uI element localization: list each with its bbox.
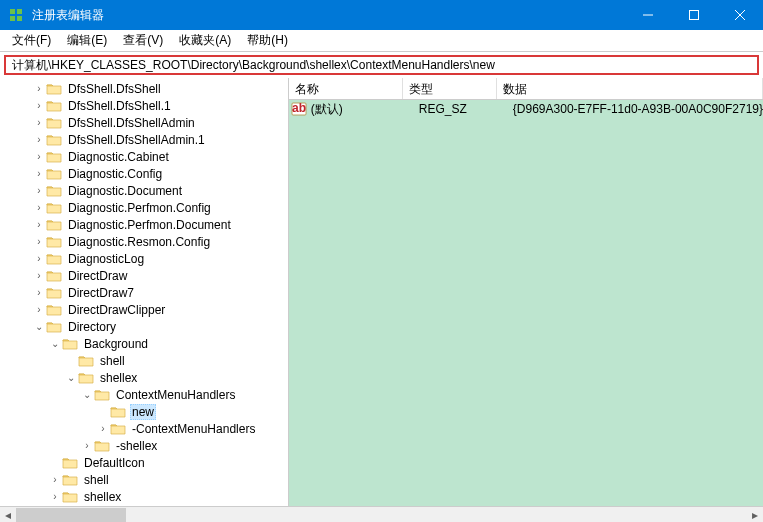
collapse-icon[interactable]: ⌄ xyxy=(48,338,62,349)
folder-icon xyxy=(46,201,62,215)
folder-icon xyxy=(110,422,126,436)
window-minimize-button[interactable] xyxy=(625,0,671,30)
tree-item[interactable]: ⌄ContextMenuHandlers xyxy=(0,386,288,403)
tree-item-label: shell xyxy=(82,473,111,487)
tree-item[interactable]: ›DirectDraw xyxy=(0,267,288,284)
svg-rect-1 xyxy=(17,9,22,14)
tree-item[interactable]: ›DiagnosticLog xyxy=(0,250,288,267)
tree-item[interactable]: ›DefaultIcon xyxy=(0,454,288,471)
tree-item[interactable]: ›Diagnostic.Resmon.Config xyxy=(0,233,288,250)
expand-icon[interactable]: › xyxy=(32,304,46,315)
tree-item-label: shell xyxy=(98,354,127,368)
column-header-type[interactable]: 类型 xyxy=(403,78,497,99)
tree-item[interactable]: ›Diagnostic.Config xyxy=(0,165,288,182)
expand-icon[interactable]: › xyxy=(80,440,94,451)
tree-item[interactable]: ›DfsShell.DfsShell xyxy=(0,80,288,97)
tree-item-label: DirectDraw xyxy=(66,269,129,283)
tree-item-label: Diagnostic.Resmon.Config xyxy=(66,235,212,249)
tree-item[interactable]: ⌄Background xyxy=(0,335,288,352)
tree-item-label: DfsShell.DfsShellAdmin.1 xyxy=(66,133,207,147)
tree-item-label: ContextMenuHandlers xyxy=(114,388,237,402)
tree-item-label: Diagnostic.Config xyxy=(66,167,164,181)
menu-edit[interactable]: 编辑(E) xyxy=(59,30,115,51)
expand-icon[interactable]: › xyxy=(32,287,46,298)
menu-file[interactable]: 文件(F) xyxy=(4,30,59,51)
folder-icon xyxy=(46,184,62,198)
tree-item[interactable]: ›Diagnostic.Cabinet xyxy=(0,148,288,165)
expand-icon[interactable]: › xyxy=(32,202,46,213)
expand-icon[interactable]: › xyxy=(32,83,46,94)
expand-icon[interactable]: › xyxy=(48,474,62,485)
tree-item-label: shellex xyxy=(82,490,123,504)
expand-icon[interactable]: › xyxy=(32,185,46,196)
tree-item-label: Diagnostic.Cabinet xyxy=(66,150,171,164)
tree-item-label: -shellex xyxy=(114,439,159,453)
expand-icon[interactable]: › xyxy=(32,253,46,264)
expand-icon[interactable]: › xyxy=(32,168,46,179)
collapse-icon[interactable]: ⌄ xyxy=(64,372,78,383)
string-value-icon: ab xyxy=(291,101,307,117)
column-header-data[interactable]: 数据 xyxy=(497,78,763,99)
tree-item[interactable]: ⌄Directory xyxy=(0,318,288,335)
tree-item[interactable]: ›DirectDrawClipper xyxy=(0,301,288,318)
window-title: 注册表编辑器 xyxy=(32,7,625,24)
column-header-name[interactable]: 名称 xyxy=(289,78,403,99)
expand-icon[interactable]: › xyxy=(32,100,46,111)
menu-view[interactable]: 查看(V) xyxy=(115,30,171,51)
tree-item[interactable]: ›new xyxy=(0,403,288,420)
address-input[interactable]: 计算机\HKEY_CLASSES_ROOT\Directory\Backgrou… xyxy=(4,55,759,75)
value-type: REG_SZ xyxy=(419,102,513,116)
tree-item[interactable]: ⌄shellex xyxy=(0,369,288,386)
expand-icon[interactable]: › xyxy=(32,236,46,247)
expand-icon[interactable]: › xyxy=(32,117,46,128)
tree-item[interactable]: ›-ContextMenuHandlers xyxy=(0,420,288,437)
tree-item-label: -ContextMenuHandlers xyxy=(130,422,257,436)
collapse-icon[interactable]: ⌄ xyxy=(32,321,46,332)
tree-item-label: DefaultIcon xyxy=(82,456,147,470)
collapse-icon[interactable]: ⌄ xyxy=(80,389,94,400)
scroll-track[interactable] xyxy=(16,507,747,522)
window-titlebar: 注册表编辑器 xyxy=(0,0,763,30)
folder-icon xyxy=(78,354,94,368)
folder-icon xyxy=(94,388,110,402)
tree-item[interactable]: ›DfsShell.DfsShell.1 xyxy=(0,97,288,114)
expand-icon[interactable]: › xyxy=(32,151,46,162)
expand-icon[interactable]: › xyxy=(48,491,62,502)
scroll-left-button[interactable]: ◂ xyxy=(0,507,16,522)
expand-icon[interactable]: › xyxy=(32,219,46,230)
folder-icon xyxy=(46,218,62,232)
expand-icon[interactable]: › xyxy=(96,423,110,434)
scroll-right-button[interactable]: ▸ xyxy=(747,507,763,522)
tree-item[interactable]: ›DirectDraw7 xyxy=(0,284,288,301)
window-close-button[interactable] xyxy=(717,0,763,30)
tree-item[interactable]: ›Diagnostic.Document xyxy=(0,182,288,199)
tree-item[interactable]: ›Diagnostic.Perfmon.Document xyxy=(0,216,288,233)
horizontal-scrollbar[interactable]: ◂ ▸ xyxy=(0,506,763,522)
folder-icon xyxy=(78,371,94,385)
registry-values-pane[interactable]: 名称 类型 数据 ab(默认)REG_SZ{D969A300-E7FF-11d0… xyxy=(289,78,763,506)
menu-help[interactable]: 帮助(H) xyxy=(239,30,296,51)
tree-item[interactable]: ›DfsShell.DfsShellAdmin.1 xyxy=(0,131,288,148)
expand-icon[interactable]: › xyxy=(32,134,46,145)
menu-favorites[interactable]: 收藏夹(A) xyxy=(171,30,239,51)
scroll-thumb[interactable] xyxy=(16,508,126,522)
value-data: {D969A300-E7FF-11d0-A93B-00A0C90F2719} xyxy=(513,102,763,116)
folder-icon xyxy=(62,490,78,504)
folder-icon xyxy=(46,133,62,147)
tree-item-label: Diagnostic.Document xyxy=(66,184,184,198)
value-row[interactable]: ab(默认)REG_SZ{D969A300-E7FF-11d0-A93B-00A… xyxy=(289,100,763,118)
tree-item[interactable]: ›DfsShell.DfsShellAdmin xyxy=(0,114,288,131)
tree-item[interactable]: ›shell xyxy=(0,352,288,369)
svg-rect-5 xyxy=(690,11,699,20)
expand-icon[interactable]: › xyxy=(32,270,46,281)
tree-item[interactable]: ›Diagnostic.Perfmon.Config xyxy=(0,199,288,216)
tree-item[interactable]: ›-shellex xyxy=(0,437,288,454)
tree-item-label: Diagnostic.Perfmon.Document xyxy=(66,218,233,232)
tree-item[interactable]: ›shellex xyxy=(0,488,288,505)
value-name: (默认) xyxy=(311,101,419,118)
tree-item[interactable]: ›shell xyxy=(0,471,288,488)
registry-tree-pane[interactable]: ›DfsShell.DfsShell›DfsShell.DfsShell.1›D… xyxy=(0,78,289,506)
window-maximize-button[interactable] xyxy=(671,0,717,30)
folder-icon xyxy=(46,269,62,283)
tree-item-label: DirectDrawClipper xyxy=(66,303,167,317)
